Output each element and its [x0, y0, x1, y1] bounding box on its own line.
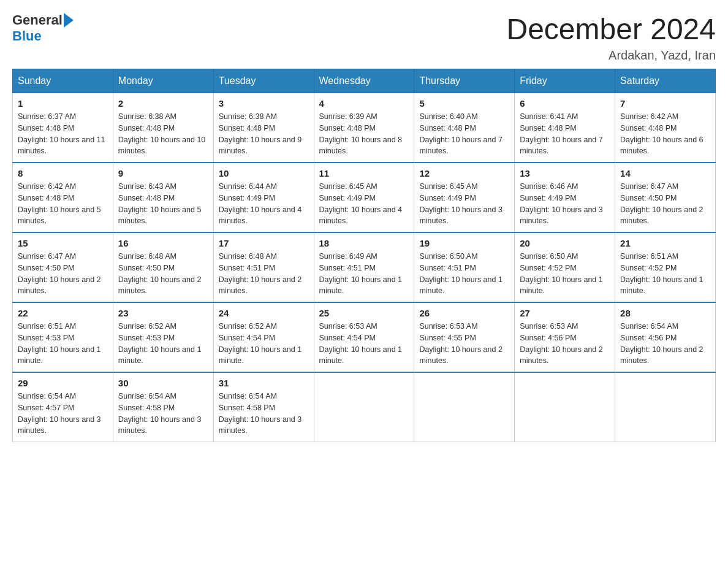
calendar-day-cell: 7 Sunrise: 6:42 AM Sunset: 4:48 PM Dayli… [615, 93, 716, 163]
calendar-day-cell: 12 Sunrise: 6:45 AM Sunset: 4:49 PM Dayl… [414, 163, 515, 232]
day-number: 24 [219, 308, 309, 318]
calendar-day-cell: 15 Sunrise: 6:47 AM Sunset: 4:50 PM Dayl… [13, 232, 113, 302]
calendar-day-cell: 28 Sunrise: 6:54 AM Sunset: 4:56 PM Dayl… [615, 302, 716, 372]
day-info: Sunrise: 6:42 AM Sunset: 4:48 PM Dayligh… [620, 111, 710, 157]
day-number: 10 [219, 168, 309, 178]
day-info: Sunrise: 6:52 AM Sunset: 4:54 PM Dayligh… [219, 321, 309, 367]
day-number: 19 [419, 238, 509, 248]
day-info: Sunrise: 6:46 AM Sunset: 4:49 PM Dayligh… [520, 181, 610, 227]
day-info: Sunrise: 6:45 AM Sunset: 4:49 PM Dayligh… [319, 181, 409, 227]
day-number: 11 [319, 168, 409, 178]
day-info: Sunrise: 6:50 AM Sunset: 4:51 PM Dayligh… [419, 251, 509, 297]
day-info: Sunrise: 6:54 AM Sunset: 4:57 PM Dayligh… [18, 391, 108, 437]
day-info: Sunrise: 6:50 AM Sunset: 4:52 PM Dayligh… [520, 251, 610, 297]
weekday-header-row: Sunday Monday Tuesday Wednesday Thursday… [13, 69, 716, 93]
day-info: Sunrise: 6:40 AM Sunset: 4:48 PM Dayligh… [419, 111, 509, 157]
day-info: Sunrise: 6:54 AM Sunset: 4:58 PM Dayligh… [118, 391, 208, 437]
calendar-day-cell: 11 Sunrise: 6:45 AM Sunset: 4:49 PM Dayl… [314, 163, 414, 232]
calendar-day-cell: 17 Sunrise: 6:48 AM Sunset: 4:51 PM Dayl… [213, 232, 314, 302]
day-number: 4 [319, 98, 409, 109]
day-info: Sunrise: 6:48 AM Sunset: 4:51 PM Dayligh… [219, 251, 309, 297]
day-info: Sunrise: 6:53 AM Sunset: 4:56 PM Dayligh… [520, 321, 610, 367]
calendar-day-cell: 29 Sunrise: 6:54 AM Sunset: 4:57 PM Dayl… [13, 372, 113, 442]
calendar-day-cell: 24 Sunrise: 6:52 AM Sunset: 4:54 PM Dayl… [213, 302, 314, 372]
day-number: 25 [319, 308, 409, 318]
day-info: Sunrise: 6:47 AM Sunset: 4:50 PM Dayligh… [620, 181, 710, 227]
day-number: 2 [118, 98, 208, 109]
month-title: December 2024 [506, 12, 716, 46]
day-number: 8 [18, 168, 108, 178]
day-info: Sunrise: 6:44 AM Sunset: 4:49 PM Dayligh… [219, 181, 309, 227]
calendar-table: Sunday Monday Tuesday Wednesday Thursday… [12, 69, 716, 442]
day-info: Sunrise: 6:37 AM Sunset: 4:48 PM Dayligh… [18, 111, 108, 157]
calendar-day-cell: 13 Sunrise: 6:46 AM Sunset: 4:49 PM Dayl… [515, 163, 615, 232]
calendar-day-cell: 31 Sunrise: 6:54 AM Sunset: 4:58 PM Dayl… [213, 372, 314, 442]
day-info: Sunrise: 6:51 AM Sunset: 4:53 PM Dayligh… [18, 321, 108, 367]
day-info: Sunrise: 6:38 AM Sunset: 4:48 PM Dayligh… [219, 111, 309, 157]
day-info: Sunrise: 6:47 AM Sunset: 4:50 PM Dayligh… [18, 251, 108, 297]
calendar-week-row: 29 Sunrise: 6:54 AM Sunset: 4:57 PM Dayl… [13, 372, 716, 442]
day-info: Sunrise: 6:48 AM Sunset: 4:50 PM Dayligh… [118, 251, 208, 297]
day-info: Sunrise: 6:42 AM Sunset: 4:48 PM Dayligh… [18, 181, 108, 227]
calendar-day-cell: 26 Sunrise: 6:53 AM Sunset: 4:55 PM Dayl… [414, 302, 515, 372]
calendar-day-cell: 30 Sunrise: 6:54 AM Sunset: 4:58 PM Dayl… [113, 372, 213, 442]
day-number: 29 [18, 378, 108, 388]
day-info: Sunrise: 6:49 AM Sunset: 4:51 PM Dayligh… [319, 251, 409, 297]
day-number: 23 [118, 308, 208, 318]
calendar-day-cell [515, 372, 615, 442]
day-number: 22 [18, 308, 108, 318]
calendar-day-cell: 18 Sunrise: 6:49 AM Sunset: 4:51 PM Dayl… [314, 232, 414, 302]
day-info: Sunrise: 6:41 AM Sunset: 4:48 PM Dayligh… [520, 111, 610, 157]
calendar-day-cell: 1 Sunrise: 6:37 AM Sunset: 4:48 PM Dayli… [13, 93, 113, 163]
header-saturday: Saturday [615, 69, 716, 93]
logo: General Blue [12, 12, 75, 44]
calendar-day-cell: 6 Sunrise: 6:41 AM Sunset: 4:48 PM Dayli… [515, 93, 615, 163]
page-header: General Blue December 2024 Ardakan, Yazd… [12, 12, 716, 63]
calendar-day-cell: 25 Sunrise: 6:53 AM Sunset: 4:54 PM Dayl… [314, 302, 414, 372]
calendar-day-cell: 4 Sunrise: 6:39 AM Sunset: 4:48 PM Dayli… [314, 93, 414, 163]
day-number: 6 [520, 98, 610, 109]
calendar-day-cell: 9 Sunrise: 6:43 AM Sunset: 4:48 PM Dayli… [113, 163, 213, 232]
calendar-day-cell: 10 Sunrise: 6:44 AM Sunset: 4:49 PM Dayl… [213, 163, 314, 232]
calendar-day-cell [414, 372, 515, 442]
calendar-day-cell: 19 Sunrise: 6:50 AM Sunset: 4:51 PM Dayl… [414, 232, 515, 302]
day-info: Sunrise: 6:54 AM Sunset: 4:58 PM Dayligh… [219, 391, 309, 437]
calendar-day-cell: 2 Sunrise: 6:38 AM Sunset: 4:48 PM Dayli… [113, 93, 213, 163]
day-number: 16 [118, 238, 208, 248]
location-text: Ardakan, Yazd, Iran [506, 48, 716, 63]
calendar-day-cell: 27 Sunrise: 6:53 AM Sunset: 4:56 PM Dayl… [515, 302, 615, 372]
calendar-day-cell: 21 Sunrise: 6:51 AM Sunset: 4:52 PM Dayl… [615, 232, 716, 302]
day-number: 26 [419, 308, 509, 318]
title-block: December 2024 Ardakan, Yazd, Iran [506, 12, 716, 63]
calendar-week-row: 1 Sunrise: 6:37 AM Sunset: 4:48 PM Dayli… [13, 93, 716, 163]
day-info: Sunrise: 6:38 AM Sunset: 4:48 PM Dayligh… [118, 111, 208, 157]
calendar-day-cell [314, 372, 414, 442]
day-number: 14 [620, 168, 710, 178]
calendar-day-cell: 5 Sunrise: 6:40 AM Sunset: 4:48 PM Dayli… [414, 93, 515, 163]
day-info: Sunrise: 6:53 AM Sunset: 4:54 PM Dayligh… [319, 321, 409, 367]
day-info: Sunrise: 6:52 AM Sunset: 4:53 PM Dayligh… [118, 321, 208, 367]
day-info: Sunrise: 6:54 AM Sunset: 4:56 PM Dayligh… [620, 321, 710, 367]
header-monday: Monday [113, 69, 213, 93]
day-info: Sunrise: 6:39 AM Sunset: 4:48 PM Dayligh… [319, 111, 409, 157]
calendar-day-cell [615, 372, 716, 442]
calendar-week-row: 8 Sunrise: 6:42 AM Sunset: 4:48 PM Dayli… [13, 163, 716, 232]
day-number: 1 [18, 98, 108, 109]
day-info: Sunrise: 6:51 AM Sunset: 4:52 PM Dayligh… [620, 251, 710, 297]
day-number: 18 [319, 238, 409, 248]
calendar-day-cell: 3 Sunrise: 6:38 AM Sunset: 4:48 PM Dayli… [213, 93, 314, 163]
calendar-day-cell: 23 Sunrise: 6:52 AM Sunset: 4:53 PM Dayl… [113, 302, 213, 372]
day-info: Sunrise: 6:43 AM Sunset: 4:48 PM Dayligh… [118, 181, 208, 227]
day-number: 30 [118, 378, 208, 388]
day-number: 20 [520, 238, 610, 248]
day-number: 31 [219, 378, 309, 388]
day-number: 15 [18, 238, 108, 248]
logo-blue-text: Blue [12, 28, 42, 44]
calendar-day-cell: 14 Sunrise: 6:47 AM Sunset: 4:50 PM Dayl… [615, 163, 716, 232]
calendar-week-row: 22 Sunrise: 6:51 AM Sunset: 4:53 PM Dayl… [13, 302, 716, 372]
header-friday: Friday [515, 69, 615, 93]
calendar-day-cell: 8 Sunrise: 6:42 AM Sunset: 4:48 PM Dayli… [13, 163, 113, 232]
header-tuesday: Tuesday [213, 69, 314, 93]
day-info: Sunrise: 6:45 AM Sunset: 4:49 PM Dayligh… [419, 181, 509, 227]
day-number: 27 [520, 308, 610, 318]
